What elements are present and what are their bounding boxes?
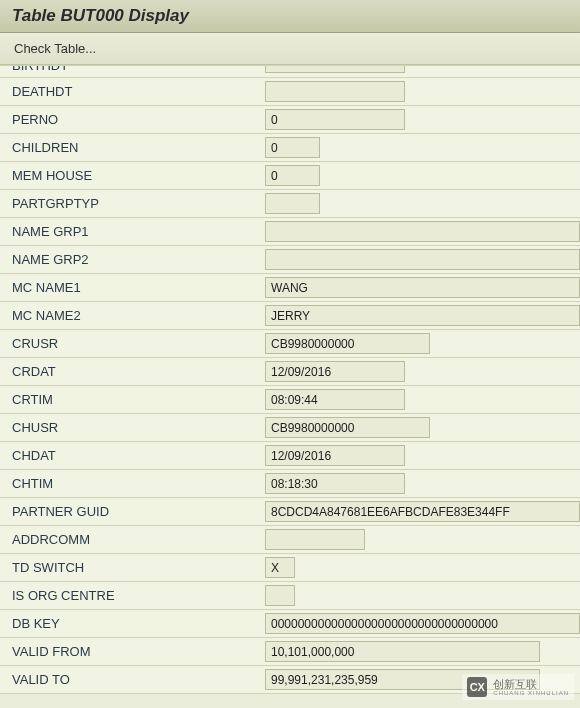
watermark: CX 创新互联 CHUANG XINHULIAN xyxy=(462,674,574,700)
form-row: MEM HOUSE0 xyxy=(0,162,580,190)
field-input[interactable]: X xyxy=(265,557,295,578)
field-label: BIRTHDT xyxy=(0,66,265,77)
form-row: PARTGRPTYP xyxy=(0,190,580,218)
field-value-cell: WANG xyxy=(265,274,580,301)
field-input[interactable]: 0 xyxy=(265,137,320,158)
form-row: DB KEY0000000000000000000000000000000000 xyxy=(0,610,580,638)
field-value-cell: 0000000000000000000000000000000000 xyxy=(265,610,580,637)
field-input[interactable] xyxy=(265,529,365,550)
field-label: CHILDREN xyxy=(0,134,265,161)
form-row: CHUSRCB9980000000 xyxy=(0,414,580,442)
field-label: MC NAME2 xyxy=(0,302,265,329)
field-input[interactable]: 12/09/2016 xyxy=(265,445,405,466)
field-value-cell: X xyxy=(265,554,580,581)
watermark-text: 创新互联 xyxy=(493,679,569,690)
field-value-cell xyxy=(265,582,580,609)
field-label: CHTIM xyxy=(0,470,265,497)
field-input[interactable] xyxy=(265,249,580,270)
field-input[interactable]: WANG xyxy=(265,277,580,298)
field-value-cell: 08:18:30 xyxy=(265,470,580,497)
form-area: BIRTHDTDEATHDTPERNO0CHILDREN0MEM HOUSE0P… xyxy=(0,65,580,694)
field-label: VALID FROM xyxy=(0,638,265,665)
field-input[interactable] xyxy=(265,221,580,242)
field-value-cell: CB9980000000 xyxy=(265,414,580,441)
form-row: IS ORG CENTRE xyxy=(0,582,580,610)
form-row: PERNO0 xyxy=(0,106,580,134)
field-input[interactable]: 08:09:44 xyxy=(265,389,405,410)
field-value-cell xyxy=(265,78,580,105)
field-label: MEM HOUSE xyxy=(0,162,265,189)
field-label: VALID TO xyxy=(0,666,265,693)
form-row: NAME GRP1 xyxy=(0,218,580,246)
field-label: PARTNER GUID xyxy=(0,498,265,525)
field-value-cell: 12/09/2016 xyxy=(265,442,580,469)
field-value-cell xyxy=(265,246,580,273)
field-value-cell xyxy=(265,526,580,553)
field-label: NAME GRP2 xyxy=(0,246,265,273)
field-value-cell xyxy=(265,190,580,217)
field-label: DB KEY xyxy=(0,610,265,637)
field-label: CHUSR xyxy=(0,414,265,441)
field-value-cell: 0 xyxy=(265,162,580,189)
field-label: PARTGRPTYP xyxy=(0,190,265,217)
toolbar: Check Table... xyxy=(0,33,580,65)
field-input[interactable]: 0000000000000000000000000000000000 xyxy=(265,613,580,634)
field-label: CRDAT xyxy=(0,358,265,385)
field-input[interactable] xyxy=(265,81,405,102)
field-value-cell: 12/09/2016 xyxy=(265,358,580,385)
field-label: CRUSR xyxy=(0,330,265,357)
form-row: CHILDREN0 xyxy=(0,134,580,162)
field-input[interactable]: JERRY xyxy=(265,305,580,326)
field-value-cell xyxy=(265,218,580,245)
field-input[interactable]: 8CDCD4A847681EE6AFBCDAFE83E344FF xyxy=(265,501,580,522)
field-input[interactable]: 0 xyxy=(265,109,405,130)
field-input[interactable] xyxy=(265,585,295,606)
field-input[interactable]: CB9980000000 xyxy=(265,417,430,438)
field-value-cell xyxy=(265,66,580,77)
field-label: MC NAME1 xyxy=(0,274,265,301)
field-label: TD SWITCH xyxy=(0,554,265,581)
field-value-cell: JERRY xyxy=(265,302,580,329)
form-row: CHTIM08:18:30 xyxy=(0,470,580,498)
field-label: CRTIM xyxy=(0,386,265,413)
field-input[interactable] xyxy=(265,193,320,214)
page-title: Table BUT000 Display xyxy=(12,6,568,26)
field-value-cell: 0 xyxy=(265,134,580,161)
watermark-sub: CHUANG XINHULIAN xyxy=(493,690,569,696)
field-label: PERNO xyxy=(0,106,265,133)
form-row: DEATHDT xyxy=(0,78,580,106)
form-row: VALID FROM10,101,000,000 xyxy=(0,638,580,666)
form-row: CRUSRCB9980000000 xyxy=(0,330,580,358)
field-value-cell: CB9980000000 xyxy=(265,330,580,357)
field-input[interactable]: 12/09/2016 xyxy=(265,361,405,382)
field-label: NAME GRP1 xyxy=(0,218,265,245)
form-row: TD SWITCHX xyxy=(0,554,580,582)
title-bar: Table BUT000 Display xyxy=(0,0,580,33)
watermark-icon: CX xyxy=(467,677,487,697)
field-input[interactable]: 0 xyxy=(265,165,320,186)
field-input[interactable]: 10,101,000,000 xyxy=(265,641,540,662)
form-row: CRTIM08:09:44 xyxy=(0,386,580,414)
form-row: CHDAT12/09/2016 xyxy=(0,442,580,470)
form-row: MC NAME1WANG xyxy=(0,274,580,302)
form-row: CRDAT12/09/2016 xyxy=(0,358,580,386)
field-label: ADDRCOMM xyxy=(0,526,265,553)
field-value-cell: 0 xyxy=(265,106,580,133)
field-value-cell: 10,101,000,000 xyxy=(265,638,580,665)
field-input[interactable]: 08:18:30 xyxy=(265,473,405,494)
form-row: PARTNER GUID8CDCD4A847681EE6AFBCDAFE83E3… xyxy=(0,498,580,526)
form-row: NAME GRP2 xyxy=(0,246,580,274)
field-input[interactable]: CB9980000000 xyxy=(265,333,430,354)
form-row: ADDRCOMM xyxy=(0,526,580,554)
field-label: DEATHDT xyxy=(0,78,265,105)
field-value-cell: 08:09:44 xyxy=(265,386,580,413)
form-row: MC NAME2JERRY xyxy=(0,302,580,330)
check-table-menu[interactable]: Check Table... xyxy=(14,41,96,56)
form-row: BIRTHDT xyxy=(0,66,580,78)
field-value-cell: 8CDCD4A847681EE6AFBCDAFE83E344FF xyxy=(265,498,580,525)
field-input[interactable] xyxy=(265,66,405,73)
field-label: CHDAT xyxy=(0,442,265,469)
field-label: IS ORG CENTRE xyxy=(0,582,265,609)
